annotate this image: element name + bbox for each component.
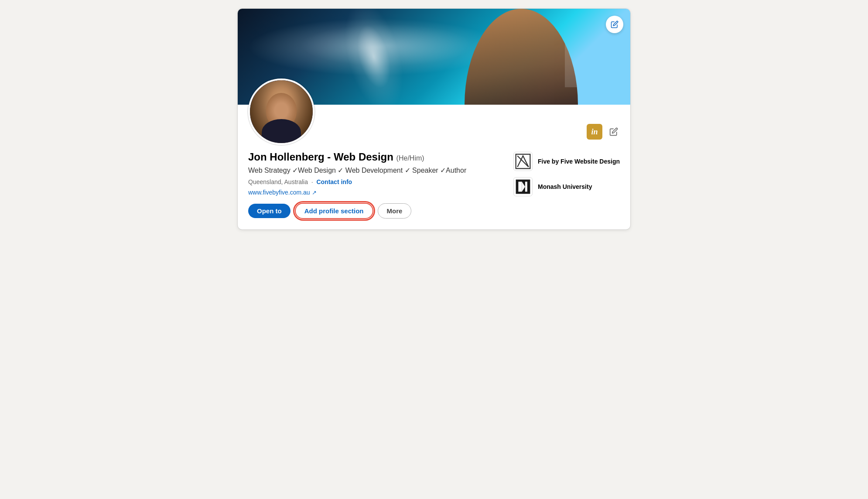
avatar-right-actions: in bbox=[587, 124, 620, 145]
pronouns: (He/Him) bbox=[396, 154, 424, 162]
profile-card: in Jon Hollenberg - Web Design (He/Him) … bbox=[238, 9, 630, 229]
pencil-icon bbox=[609, 127, 618, 136]
add-profile-section-button[interactable]: Add profile section bbox=[295, 203, 373, 219]
company-item-monash: Monash University bbox=[513, 177, 620, 196]
name-text: Jon Hollenberg - Web Design bbox=[248, 151, 393, 163]
company-item-fivebyfive: Five by Five Website Design bbox=[513, 152, 620, 171]
company-logo-monash bbox=[513, 177, 533, 196]
open-to-button[interactable]: Open to bbox=[248, 204, 290, 218]
company-logo-fivebyfive bbox=[513, 152, 533, 171]
svg-rect-6 bbox=[525, 182, 527, 192]
profile-headline: Web Strategy ✓Web Design ✓ Web Developme… bbox=[248, 165, 503, 176]
website-link[interactable]: www.fivebyfive.com.au bbox=[248, 189, 310, 196]
profile-website: www.fivebyfive.com.au ↗ bbox=[248, 189, 503, 196]
profile-location: Queensland, Australia · Contact info bbox=[248, 178, 503, 185]
svg-rect-4 bbox=[518, 182, 522, 192]
avatar-image bbox=[250, 80, 313, 143]
company-name-monash: Monash University bbox=[538, 183, 592, 190]
company-name-fivebyfive: Five by Five Website Design bbox=[538, 158, 620, 165]
profile-name: Jon Hollenberg - Web Design (He/Him) bbox=[248, 150, 503, 164]
fivebyfive-logo-icon bbox=[514, 153, 532, 170]
edit-banner-button[interactable] bbox=[606, 16, 623, 33]
location-text: Queensland, Australia bbox=[248, 178, 308, 185]
profile-right: Five by Five Website Design Monash Unive… bbox=[513, 150, 620, 219]
external-link-icon: ↗ bbox=[312, 189, 317, 196]
linkedin-badge: in bbox=[587, 124, 602, 140]
profile-content: Jon Hollenberg - Web Design (He/Him) Web… bbox=[238, 145, 630, 229]
pencil-icon bbox=[611, 21, 619, 28]
contact-info-link[interactable]: Contact info bbox=[316, 178, 352, 185]
avatar-row: in bbox=[238, 79, 630, 145]
profile-avatar bbox=[248, 79, 314, 145]
more-button[interactable]: More bbox=[378, 203, 412, 219]
edit-profile-button[interactable] bbox=[608, 126, 620, 138]
monash-logo-icon bbox=[515, 179, 531, 195]
profile-actions: Open to Add profile section More bbox=[248, 203, 503, 219]
profile-left: Jon Hollenberg - Web Design (He/Him) Web… bbox=[248, 150, 503, 219]
